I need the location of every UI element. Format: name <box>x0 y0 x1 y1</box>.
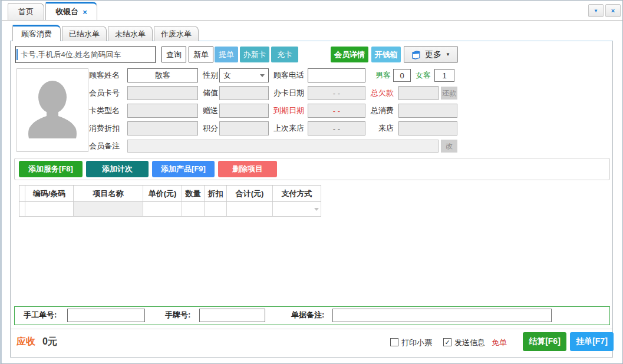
customer-phone-input[interactable] <box>308 68 365 82</box>
customer-consume-panel: 查询 新单 提单 办新卡 充卡 会员详情 开钱箱 更多 ▼ <box>10 41 613 358</box>
query-button[interactable]: 查询 <box>161 47 186 62</box>
repay-label: 还款 <box>442 88 456 98</box>
item-name-cell <box>74 202 143 217</box>
close-all-button[interactable]: × <box>605 4 621 17</box>
hold-label: 挂单[F7] <box>576 336 608 347</box>
discount-cell <box>205 202 227 217</box>
table-row <box>19 202 321 217</box>
card-date-label: 办卡日期 <box>273 86 304 100</box>
new-card-button[interactable]: 办新卡 <box>240 47 269 62</box>
hold-order-button[interactable]: 挂单[F7] <box>570 332 614 351</box>
card-type-label: 卡类型名 <box>89 104 120 118</box>
tag-no-input[interactable] <box>199 309 265 322</box>
col-item-name: 项目名称 <box>74 186 143 202</box>
add-product-label: 添加产品[F9] <box>161 164 206 174</box>
payment-method-cell[interactable] <box>273 202 321 217</box>
add-times-label: 添加计次 <box>102 164 133 174</box>
subtab-settled-bills[interactable]: 已结水单 <box>62 26 107 41</box>
recharge-label: 充卡 <box>277 49 292 60</box>
male-count-input[interactable] <box>393 69 411 82</box>
order-items-table: 编码/条码 项目名称 单价(元) 数量 折扣 合计(元) 支付方式 <box>19 185 321 217</box>
print-receipt-checkbox[interactable] <box>390 338 398 346</box>
discount-label: 消费折扣 <box>89 121 120 135</box>
gender-label: 性别 <box>203 68 218 82</box>
subtab-customer-consume[interactable]: 顾客消费 <box>12 25 61 41</box>
tab-cashier-label: 收银台 <box>55 6 78 17</box>
subtab-label: 顾客消费 <box>21 29 52 39</box>
send-message-label: 发送信息 <box>454 337 485 348</box>
discount-field <box>127 121 198 135</box>
points-label: 积分 <box>203 121 218 135</box>
total-spend-field <box>398 104 457 118</box>
delete-item-button[interactable]: 删除项目 <box>218 161 277 177</box>
send-message-checkbox[interactable]: ✓ <box>443 338 451 346</box>
edit-remark-label: 改 <box>446 141 453 151</box>
stored-value-field <box>219 86 269 100</box>
settle-button[interactable]: 结算[F6] <box>523 332 566 351</box>
cashier-window: 首页 收银台 × ▼ × 顾客消费 已结水单 未结水单 作废水单 查询 新单 提… <box>0 0 623 364</box>
tab-home-label: 首页 <box>18 6 34 17</box>
pickup-label: 提单 <box>219 49 234 60</box>
search-input[interactable] <box>15 46 156 63</box>
free-order-link[interactable]: 免单 <box>492 337 507 348</box>
col-total: 合计(元) <box>227 186 273 202</box>
tag-no-label: 手牌号: <box>165 310 190 320</box>
new-order-label: 新单 <box>193 49 209 60</box>
member-remark-field <box>127 140 439 153</box>
add-product-button[interactable]: 添加产品[F9] <box>152 161 215 177</box>
open-drawer-button[interactable]: 开钱箱 <box>371 47 401 62</box>
card-type-field <box>127 104 198 118</box>
col-payment-method: 支付方式 <box>273 186 321 202</box>
member-card-no-field <box>127 86 198 100</box>
subtab-unsettled-bills[interactable]: 未结水单 <box>108 26 153 41</box>
gift-label: 赠送 <box>203 104 218 118</box>
more-button[interactable]: 更多 ▼ <box>404 46 458 63</box>
subtab-label: 已结水单 <box>69 29 100 39</box>
add-service-button[interactable]: 添加服务[F8] <box>19 161 83 177</box>
chevron-down-icon <box>314 208 319 211</box>
manual-no-input[interactable] <box>67 309 145 322</box>
pickup-order-button[interactable]: 提单 <box>215 47 238 62</box>
expire-date-field: - - <box>308 104 365 118</box>
open-drawer-label: 开钱箱 <box>375 49 398 60</box>
gender-value: 女 <box>223 70 231 81</box>
row-selector-header <box>19 186 25 202</box>
add-service-label: 添加服务[F8] <box>28 164 73 174</box>
add-times-button[interactable]: 添加计次 <box>86 161 149 177</box>
order-remark-input[interactable] <box>332 309 552 322</box>
card-date-field: - - <box>308 86 365 100</box>
close-tab-icon[interactable]: × <box>83 8 87 16</box>
member-detail-button[interactable]: 会员详情 <box>331 47 368 62</box>
points-field <box>219 121 269 135</box>
tab-cashier[interactable]: 收银台 × <box>45 2 97 20</box>
settle-label: 结算[F6] <box>529 336 561 347</box>
tab-list-dropdown-button[interactable]: ▼ <box>588 4 604 17</box>
recharge-card-button[interactable]: 充卡 <box>271 47 298 62</box>
subtab-voided-bills[interactable]: 作废水单 <box>154 26 199 41</box>
subtab-label: 作废水单 <box>161 29 192 39</box>
customer-name-input[interactable] <box>127 68 198 82</box>
edit-remark-button[interactable]: 改 <box>441 140 457 153</box>
col-unit-price: 单价(元) <box>143 186 182 202</box>
total-cell <box>227 202 273 217</box>
footer-divider <box>11 329 612 329</box>
gender-select[interactable]: 女 <box>219 68 269 82</box>
chevron-down-icon: ▼ <box>594 8 598 14</box>
chevron-down-icon: ▼ <box>446 52 450 57</box>
row-selector-cell[interactable] <box>19 202 25 217</box>
new-card-label: 办新卡 <box>243 49 266 60</box>
female-count-input[interactable] <box>434 69 454 82</box>
tabbar-divider <box>2 20 622 21</box>
code-cell <box>25 202 74 217</box>
expire-date-label: 到期日期 <box>273 104 304 118</box>
order-remark-label: 单据备注: <box>291 310 324 320</box>
receivable-label: 应收 <box>17 336 35 348</box>
new-order-button[interactable]: 新单 <box>189 47 213 62</box>
more-label: 更多 <box>425 49 441 60</box>
notebook-icon <box>411 50 421 59</box>
repay-button[interactable]: 还款 <box>441 87 457 100</box>
visit-count-label: 来店 <box>378 121 394 135</box>
male-count-label: 男客 <box>375 68 391 82</box>
tab-home[interactable]: 首页 <box>8 3 44 20</box>
text-caret <box>17 49 18 60</box>
